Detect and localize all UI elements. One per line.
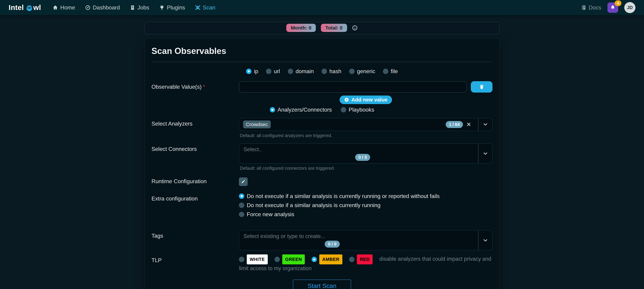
observable-value-input[interactable] — [239, 81, 467, 93]
jobs-list-icon — [130, 5, 136, 10]
nav-menu: Home Dashboard Jobs Plugins Scan — [52, 4, 215, 11]
tlp-option-red[interactable]: RED — [349, 255, 372, 264]
tlp-row: TLP WHITE GREEN AMBER RED disable analyz… — [152, 255, 492, 272]
analyzers-multiselect[interactable]: Crowdsec 1 / 64 — [239, 118, 492, 131]
trash-icon — [479, 84, 484, 90]
nav-item-label: Scan — [203, 4, 215, 11]
user-avatar[interactable]: JD — [624, 2, 635, 13]
connectors-helper-text: Default: all configured connectors are t… — [240, 166, 492, 171]
type-radio-ip[interactable]: ip — [246, 68, 258, 75]
runtime-config-label: Runtime Configuration — [152, 176, 239, 186]
scan-observables-card: Scan Observables ip url domain hash gene… — [144, 38, 499, 289]
select-connectors-label: Select Connectors — [152, 143, 239, 171]
nav-item-label: Dashboard — [93, 4, 120, 11]
radio-icon — [239, 203, 244, 208]
connectors-multiselect[interactable]: Select.. 0 / 3 — [239, 143, 492, 164]
observable-type-group: ip url domain hash generic file — [152, 68, 492, 75]
tags-placeholder: Select existing or type to create... — [244, 233, 474, 239]
tlp-badge-white: WHITE — [247, 255, 268, 264]
select-analyzers-row: Select Analyzers Crowdsec 1 / 64 — [152, 118, 492, 138]
type-radio-domain[interactable]: domain — [288, 68, 314, 75]
tlp-badge-amber: AMBER — [319, 255, 342, 264]
chevron-down-icon — [482, 122, 488, 127]
tlp-badge-red: RED — [357, 255, 372, 264]
dashboard-gauge-icon — [85, 5, 91, 10]
notifications-count-badge: 4 — [615, 0, 621, 6]
home-icon — [52, 5, 58, 10]
extra-config-label: Extra configuration — [152, 193, 239, 220]
pencil-icon — [241, 179, 246, 184]
extra-config-row: Extra configuration Do not execute if a … — [152, 193, 492, 220]
analysis-mode-group: Analyzers/Connectors Playbooks — [152, 106, 492, 113]
nav-item-home[interactable]: Home — [52, 4, 75, 11]
tlp-badge-green: GREEN — [282, 255, 304, 264]
month-count-badge: Month: 0 — [286, 24, 316, 32]
radio-icon — [312, 257, 317, 262]
extra-config-radio-0[interactable]: Do not execute if a similar analysis is … — [239, 193, 492, 199]
analyzers-helper-text: Default: all configured analyzers are tr… — [240, 133, 492, 138]
analyzer-chip-crowdsec[interactable]: Crowdsec — [243, 120, 271, 128]
tags-multiselect[interactable]: Select existing or type to create... 0 /… — [239, 230, 492, 251]
main-container: Month: 0 Total: 0 Scan Observables ip ur… — [144, 22, 499, 289]
analyzers-dropdown-toggle[interactable] — [478, 118, 492, 131]
plus-circle-icon — [344, 97, 349, 102]
tags-count-badge: 0 / 0 — [325, 241, 340, 248]
navbar: Intel wl Home Dashboard — [0, 0, 644, 15]
nav-item-plugins[interactable]: Plugins — [159, 4, 185, 11]
notifications-button[interactable]: 4 — [608, 2, 618, 13]
radio-icon — [239, 194, 244, 199]
radio-icon — [239, 257, 244, 262]
brand-text-suffix: wl — [33, 3, 41, 12]
mode-radio-playbooks[interactable]: Playbooks — [341, 106, 374, 113]
plugins-plug-icon — [159, 5, 165, 10]
clear-analyzers-icon[interactable] — [463, 122, 474, 127]
select-connectors-row: Select Connectors Select.. 0 / 3 Default… — [152, 143, 492, 171]
docs-link[interactable]: Docs — [581, 4, 601, 11]
bell-icon — [610, 5, 616, 10]
type-radio-hash[interactable]: hash — [322, 68, 341, 75]
extra-config-radio-2[interactable]: Force new analysis — [239, 211, 492, 218]
docs-label: Docs — [588, 4, 601, 11]
required-marker: * — [203, 84, 205, 90]
add-new-value-button[interactable]: Add new value — [340, 95, 392, 104]
mode-radio-analyzers-connectors[interactable]: Analyzers/Connectors — [270, 106, 332, 113]
nav-item-dashboard[interactable]: Dashboard — [85, 4, 120, 11]
total-count-badge: Total: 0 — [321, 24, 347, 32]
tlp-option-green[interactable]: GREEN — [274, 255, 305, 264]
scan-skull-icon — [195, 5, 201, 10]
nav-item-label: Jobs — [138, 4, 149, 11]
page-title: Scan Observables — [152, 46, 492, 56]
radio-icon — [274, 257, 280, 262]
radio-icon — [383, 69, 388, 74]
job-stats-bar: Month: 0 Total: 0 — [144, 22, 499, 34]
type-radio-file[interactable]: file — [383, 68, 398, 75]
radio-icon — [341, 107, 346, 112]
nav-item-scan[interactable]: Scan — [195, 4, 215, 11]
radio-icon — [270, 107, 275, 112]
title-divider — [152, 62, 492, 62]
observable-value-label: Observable Value(s)* — [152, 81, 239, 105]
radio-icon — [246, 69, 252, 74]
brand-text-prefix: Intel — [8, 3, 24, 12]
radio-icon — [349, 69, 354, 74]
tlp-option-white[interactable]: WHITE — [239, 255, 268, 264]
connectors-count-badge: 0 / 3 — [355, 154, 370, 161]
docs-book-icon — [581, 5, 587, 10]
connectors-placeholder: Select.. — [244, 146, 474, 153]
extra-config-radio-1[interactable]: Do not execute if a similar analysis is … — [239, 202, 492, 209]
radio-icon — [288, 69, 293, 74]
brand-logo[interactable]: Intel wl — [8, 3, 41, 12]
select-analyzers-label: Select Analyzers — [152, 118, 239, 138]
connectors-dropdown-toggle[interactable] — [478, 144, 492, 163]
analyzers-count-badge: 1 / 64 — [446, 121, 463, 128]
edit-runtime-config-button[interactable] — [239, 177, 248, 186]
delete-value-button[interactable] — [471, 81, 493, 93]
type-radio-url[interactable]: url — [266, 68, 280, 75]
tags-dropdown-toggle[interactable] — [478, 231, 492, 250]
start-scan-button[interactable]: Start Scan — [293, 280, 351, 289]
tlp-option-amber[interactable]: AMBER — [312, 255, 342, 264]
type-radio-generic[interactable]: generic — [349, 68, 375, 75]
nav-item-jobs[interactable]: Jobs — [130, 4, 149, 11]
observable-value-row: Observable Value(s)* Add — [152, 81, 492, 105]
info-icon[interactable] — [352, 25, 358, 31]
